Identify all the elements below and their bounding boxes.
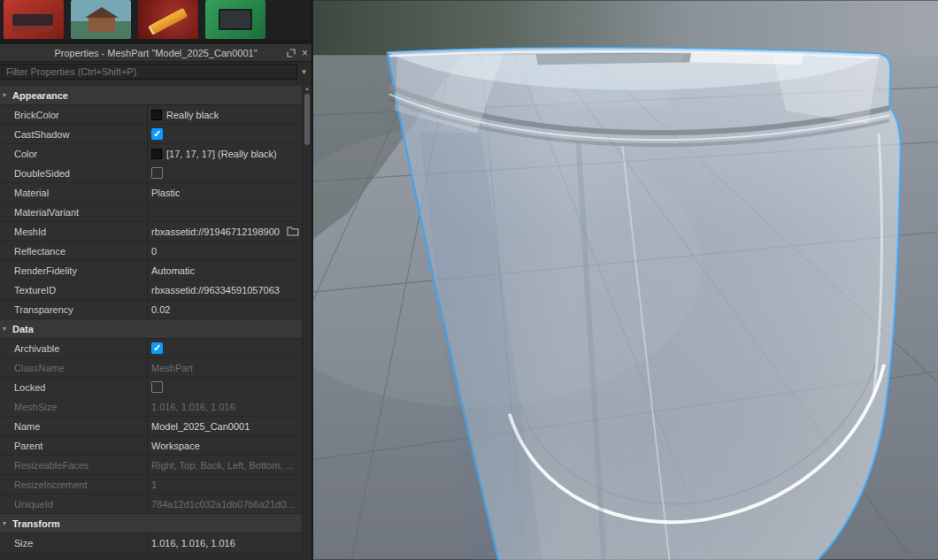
property-row-classname: ClassName MeshPart (0, 358, 302, 378)
property-value-cell[interactable]: rbxassetid://96334591057063 (147, 280, 302, 299)
section-label: Transform (12, 518, 60, 529)
property-row-resizeablefaces: ResizeableFaces Right, Top, Back, Left, … (0, 456, 302, 475)
archivable-checkbox[interactable] (151, 342, 163, 354)
close-icon[interactable]: × (302, 48, 308, 58)
property-label: Size (0, 533, 147, 552)
property-label: Transparency (0, 300, 147, 318)
property-label: Name (0, 417, 147, 435)
section-header-data[interactable]: ▾ Data (0, 319, 302, 339)
property-row-meshid[interactable]: MeshId rbxassetid://91946712198900 (0, 222, 302, 242)
property-row-uniqueid: UniqueId 784a12d1c032a1db07b6a21d0... (0, 495, 302, 514)
property-row-textureid[interactable]: TextureID rbxassetid://96334591057063 (0, 280, 302, 300)
scroll-up-icon[interactable]: ▲ (303, 85, 311, 92)
house-roof-icon (85, 7, 119, 18)
viewport-scene[interactable] (313, 0, 938, 560)
house-icon (88, 18, 115, 32)
collapse-arrow-icon[interactable]: ▾ (3, 519, 6, 527)
property-value: Workspace (151, 441, 200, 451)
properties-title-bar[interactable]: Properties - MeshPart "Model_2025_Can000… (0, 44, 311, 62)
property-row-resizeincrement: ResizeIncrement 1 (0, 475, 302, 495)
collapse-arrow-icon[interactable]: ▾ (3, 325, 6, 333)
properties-scrollbar[interactable]: ▲ (302, 85, 311, 560)
selected-meshpart-can[interactable] (388, 48, 901, 560)
property-value: 784a12d1c032a1db07b6a21d0... (151, 499, 295, 510)
property-row-archivable[interactable]: Archivable (0, 339, 302, 358)
doublesided-checkbox[interactable] (151, 167, 163, 179)
float-window-icon[interactable] (287, 49, 296, 58)
property-value-cell[interactable]: Automatic (147, 261, 302, 280)
property-label: DoubleSided (0, 164, 147, 182)
property-value-cell: MeshPart (147, 358, 302, 377)
flashlight-icon (150, 8, 188, 34)
property-value-cell[interactable] (147, 125, 302, 143)
property-label: ClassName (0, 358, 147, 377)
collapse-arrow-icon[interactable]: ▾ (3, 91, 6, 99)
property-value-cell[interactable]: [17, 17, 17] (Really black) (147, 144, 302, 163)
panel-title: Properties - MeshPart "Model_2025_Can000… (0, 48, 311, 58)
filter-properties-input[interactable] (1, 64, 297, 80)
property-value: MeshPart (151, 363, 193, 373)
property-value-cell[interactable]: rbxassetid://91946712198900 (147, 222, 302, 241)
property-row-renderfidelity[interactable]: RenderFidelity Automatic (0, 261, 302, 280)
property-label: ResizeableFaces (0, 456, 147, 474)
property-row-doublesided[interactable]: DoubleSided (0, 164, 302, 183)
asset-thumbnail-house[interactable] (71, 0, 131, 39)
property-value-cell[interactable] (147, 378, 302, 396)
property-row-name[interactable]: Name Model_2025_Can0001 (0, 417, 302, 436)
property-value: Really black (166, 110, 219, 120)
color-swatch[interactable] (151, 110, 162, 120)
property-row-locked[interactable]: Locked (0, 378, 302, 397)
scrollbar-thumb[interactable] (304, 94, 310, 145)
property-value-cell[interactable]: 0 (147, 242, 302, 260)
property-value-cell[interactable]: Plastic (147, 183, 302, 202)
filter-row: ▾ (0, 62, 311, 81)
property-value-cell[interactable]: 0.02 (147, 300, 302, 318)
property-value-cell[interactable] (147, 203, 302, 221)
property-value-cell[interactable]: Workspace (147, 436, 302, 455)
property-value: Plastic (151, 188, 180, 198)
property-row-color[interactable]: Color [17, 17, 17] (Really black) (0, 144, 302, 164)
castshadow-checkbox[interactable] (151, 128, 163, 140)
property-row-meshsize: MeshSize 1.016, 1.016, 1.016 (0, 397, 302, 417)
can-reflection-center (526, 53, 685, 106)
property-value-cell[interactable] (147, 339, 302, 357)
monitor-icon (219, 9, 252, 30)
property-value-cell[interactable]: Really black (147, 105, 302, 124)
property-value: 1 (151, 479, 157, 490)
property-row-castshadow[interactable]: CastShadow (0, 125, 302, 144)
locked-checkbox[interactable] (151, 381, 163, 393)
property-label: CastShadow (0, 125, 147, 143)
property-row-material[interactable]: Material Plastic (0, 183, 302, 203)
property-label: RenderFidelity (0, 261, 147, 280)
asset-thumbnail-strip (0, 0, 311, 39)
property-value: rbxassetid://91946712198900 (151, 226, 280, 237)
property-label: MeshSize (0, 397, 147, 416)
asset-thumbnail-firetruck[interactable] (4, 0, 64, 39)
section-header-appearance[interactable]: ▾ Appearance (0, 86, 302, 105)
property-row-materialvariant[interactable]: MaterialVariant (0, 203, 302, 222)
property-row-parent[interactable]: Parent Workspace (0, 436, 302, 456)
property-value-cell: Right, Top, Back, Left, Bottom, ... (147, 456, 302, 474)
asset-thumbnail-monitor[interactable] (205, 0, 265, 39)
property-value: Right, Top, Back, Left, Bottom, ... (151, 460, 294, 471)
property-row-transparency[interactable]: Transparency 0.02 (0, 300, 302, 319)
property-value-cell[interactable] (147, 164, 302, 182)
color-swatch[interactable] (151, 149, 162, 159)
property-label: Locked (0, 378, 147, 396)
folder-browse-icon[interactable] (287, 226, 299, 238)
property-value-cell[interactable]: 1.016, 1.016, 1.016 (147, 533, 302, 552)
property-value: 0.02 (151, 304, 170, 315)
property-row-reflectance[interactable]: Reflectance 0 (0, 242, 302, 261)
property-label: BrickColor (0, 105, 147, 124)
property-value: 1.016, 1.016, 1.016 (151, 402, 235, 412)
property-label: Parent (0, 436, 147, 455)
asset-thumbnail-flashlight[interactable] (138, 0, 198, 39)
property-value: Model_2025_Can0001 (151, 421, 250, 432)
property-row-size[interactable]: Size 1.016, 1.016, 1.016 (0, 533, 302, 553)
property-row-brickcolor[interactable]: BrickColor Really black (0, 105, 302, 125)
filter-dropdown-arrow-icon[interactable]: ▾ (297, 67, 311, 76)
property-value-cell[interactable]: Model_2025_Can0001 (147, 417, 302, 435)
property-label: MeshId (0, 222, 147, 241)
viewport-3d[interactable] (313, 0, 938, 560)
section-header-transform[interactable]: ▾ Transform (0, 514, 302, 533)
